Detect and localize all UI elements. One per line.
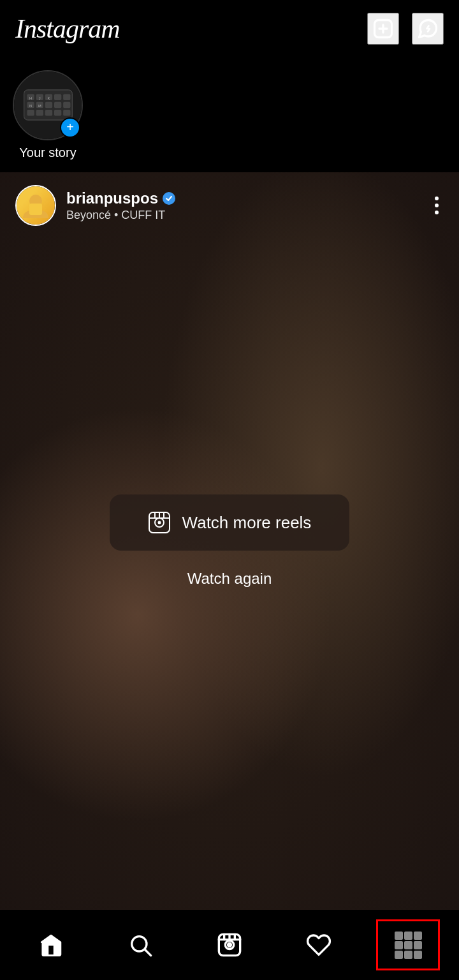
post-avatar-image bbox=[17, 186, 55, 225]
plus-square-icon bbox=[372, 17, 395, 40]
svg-text:H: H bbox=[29, 96, 32, 100]
stories-row: H J K N M + Your story bbox=[0, 57, 459, 172]
post-menu-button[interactable] bbox=[430, 191, 444, 219]
svg-text:M: M bbox=[38, 104, 41, 108]
svg-rect-15 bbox=[36, 110, 43, 115]
svg-rect-17 bbox=[54, 110, 61, 115]
svg-rect-7 bbox=[54, 94, 61, 100]
watch-more-reels-button[interactable]: Watch more reels bbox=[110, 494, 350, 551]
nav-item-activity[interactable] bbox=[287, 919, 351, 970]
home-icon bbox=[37, 931, 65, 959]
svg-rect-13 bbox=[63, 102, 70, 108]
post-user-info: brianpuspos Beyoncé • CUFF IT bbox=[15, 185, 176, 226]
menu-dot-2 bbox=[435, 204, 439, 207]
post-username-text: brianpuspos bbox=[66, 189, 158, 207]
svg-rect-18 bbox=[63, 110, 70, 115]
svg-rect-16 bbox=[45, 110, 52, 115]
svg-rect-8 bbox=[63, 94, 70, 100]
nav-item-home[interactable] bbox=[19, 919, 83, 970]
nav-item-reels[interactable] bbox=[198, 919, 261, 970]
your-story-item[interactable]: H J K N M + Your story bbox=[13, 70, 83, 160]
post-avatar[interactable] bbox=[15, 185, 56, 226]
reels-icon bbox=[148, 511, 171, 534]
user-avatar-image bbox=[20, 189, 52, 221]
menu-dot-3 bbox=[435, 211, 439, 214]
add-story-button[interactable]: + bbox=[60, 117, 80, 138]
messenger-button[interactable] bbox=[412, 13, 444, 45]
grid-cell bbox=[395, 941, 403, 949]
grid-cell bbox=[414, 951, 422, 959]
watch-again-label: Watch again bbox=[187, 570, 272, 587]
your-story-label: Your story bbox=[19, 145, 76, 160]
svg-rect-11 bbox=[45, 102, 52, 108]
grid-cell bbox=[404, 951, 412, 959]
svg-rect-12 bbox=[54, 102, 61, 108]
svg-rect-25 bbox=[29, 204, 42, 215]
messenger-icon bbox=[416, 17, 439, 40]
search-icon bbox=[126, 931, 154, 959]
svg-text:J: J bbox=[38, 96, 40, 100]
svg-text:N: N bbox=[29, 104, 32, 108]
post-header: brianpuspos Beyoncé • CUFF IT bbox=[0, 172, 459, 239]
reel-actions: Watch more reels Watch again bbox=[0, 494, 459, 588]
grid-cell bbox=[404, 941, 412, 949]
your-story-avatar-wrap: H J K N M + bbox=[13, 70, 83, 140]
watch-again-button[interactable]: Watch again bbox=[187, 570, 272, 588]
app-logo: Instagram bbox=[15, 13, 120, 44]
post-user-details: brianpuspos Beyoncé • CUFF IT bbox=[66, 189, 176, 222]
svg-rect-14 bbox=[27, 110, 34, 115]
grid-cell bbox=[404, 932, 412, 940]
nav-item-profile[interactable] bbox=[376, 919, 440, 970]
svg-point-38 bbox=[228, 944, 231, 947]
post-username-row: brianpuspos bbox=[66, 189, 176, 207]
svg-point-29 bbox=[157, 521, 161, 524]
watch-more-label: Watch more reels bbox=[182, 513, 312, 533]
profile-grid-icon bbox=[394, 931, 422, 959]
svg-line-35 bbox=[145, 950, 151, 956]
grid-cell bbox=[395, 951, 403, 959]
reels-icon-wrap bbox=[148, 511, 171, 534]
bottom-navigation bbox=[0, 910, 459, 980]
grid-cell bbox=[395, 932, 403, 940]
heart-icon bbox=[305, 931, 333, 959]
nav-item-search[interactable] bbox=[108, 919, 172, 970]
menu-dot-1 bbox=[435, 197, 439, 200]
add-post-button[interactable] bbox=[367, 13, 399, 45]
svg-text:K: K bbox=[47, 96, 50, 100]
app-header: Instagram bbox=[0, 0, 459, 57]
reel-content-area: brianpuspos Beyoncé • CUFF IT bbox=[0, 172, 459, 910]
verified-badge-icon bbox=[162, 191, 176, 205]
svg-point-26 bbox=[163, 192, 175, 205]
grid-cell bbox=[414, 932, 422, 940]
reels-nav-icon bbox=[215, 931, 244, 959]
grid-cell bbox=[414, 941, 422, 949]
header-actions bbox=[367, 13, 444, 45]
post-subtitle-text: Beyoncé • CUFF IT bbox=[66, 209, 176, 222]
